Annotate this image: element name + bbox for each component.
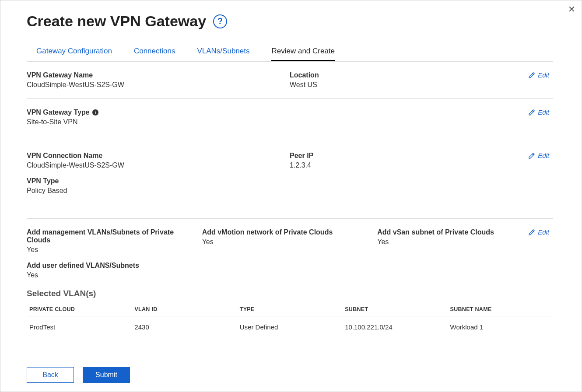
edit-gateway[interactable]: Edit (528, 71, 549, 79)
edit-label: Edit (538, 108, 549, 116)
close-icon[interactable]: ✕ (568, 4, 575, 14)
scroll-area[interactable]: Gateway Configuration Connections VLANs/… (27, 37, 555, 359)
section-gateway: VPN Gateway Name CloudSimple-WestUS-S2S-… (27, 62, 553, 99)
info-icon[interactable]: i (92, 109, 98, 116)
tab-gateway-configuration[interactable]: Gateway Configuration (36, 47, 112, 61)
value-mgmt-vlans: Yes (27, 246, 193, 254)
footer-actions: Back Submit (27, 359, 555, 383)
section-gateway-type: VPN Gateway Type i Site-to-Site VPN Edit (27, 99, 553, 142)
pencil-icon (528, 152, 535, 159)
label-location: Location (290, 71, 553, 79)
field-peer-ip: Peer IP 1.2.3.4 (290, 152, 553, 169)
label-text: VPN Gateway Type (27, 108, 90, 116)
field-vsan: Add vSan subnet of Private Clouds Yes (377, 228, 544, 246)
edit-label: Edit (538, 152, 549, 159)
col-private-cloud: PRIVATE CLOUD (27, 303, 132, 316)
dialog-window: ✕ Create new VPN Gateway ? Gateway Confi… (0, 0, 582, 392)
value-vmotion: Yes (202, 238, 369, 246)
label-peer-ip: Peer IP (290, 152, 553, 160)
label-vpn-gateway-name: VPN Gateway Name (27, 71, 290, 79)
tab-review-and-create[interactable]: Review and Create (271, 47, 335, 61)
label-connection-name: VPN Connection Name (27, 152, 290, 160)
value-vsan: Yes (377, 238, 544, 246)
label-user-vlans: Add user defined VLANS/Subnets (27, 262, 553, 270)
tab-connections[interactable]: Connections (134, 47, 175, 61)
field-vmotion: Add vMotion network of Private Clouds Ye… (202, 228, 369, 246)
value-peer-ip: 1.2.3.4 (290, 161, 553, 169)
label-vsan: Add vSan subnet of Private Clouds (377, 228, 544, 236)
cell-type: User Defined (237, 316, 342, 338)
submit-button[interactable]: Submit (83, 367, 130, 383)
cell-subnet-name: Workload 1 (448, 316, 553, 338)
value-vpn-gateway-name: CloudSimple-WestUS-S2S-GW (27, 81, 290, 89)
field-vpn-gateway-type: VPN Gateway Type i Site-to-Site VPN (27, 108, 553, 126)
tab-vlans-subnets[interactable]: VLANs/Subnets (197, 47, 249, 61)
page-title: Create new VPN Gateway (27, 13, 206, 30)
field-vpn-gateway-name: VPN Gateway Name CloudSimple-WestUS-S2S-… (27, 71, 290, 89)
edit-label: Edit (538, 71, 549, 79)
value-connection-name: CloudSimple-WestUS-S2S-GW (27, 161, 290, 169)
table-row: ProdTest 2430 User Defined 10.100.221.0/… (27, 316, 553, 338)
edit-vlans[interactable]: Edit (528, 228, 549, 236)
pencil-icon (528, 229, 535, 236)
field-connection-name: VPN Connection Name CloudSimple-WestUS-S… (27, 152, 290, 169)
value-vpn-gateway-type: Site-to-Site VPN (27, 118, 553, 126)
table-header-row: PRIVATE CLOUD VLAN ID TYPE SUBNET SUBNET… (27, 303, 553, 316)
edit-connection[interactable]: Edit (528, 152, 549, 159)
col-subnet-name: SUBNET NAME (448, 303, 553, 316)
label-vmotion: Add vMotion network of Private Clouds (202, 228, 369, 236)
section-vlans: Add management VLANs/Subnets of Private … (27, 219, 553, 348)
value-location: West US (290, 81, 553, 89)
label-vpn-gateway-type: VPN Gateway Type i (27, 108, 553, 116)
cell-subnet: 10.100.221.0/24 (342, 316, 447, 338)
selected-vlans-heading: Selected VLAN(s) (27, 289, 553, 298)
back-button[interactable]: Back (27, 367, 74, 383)
value-user-vlans: Yes (27, 271, 553, 279)
field-vpn-type: VPN Type Policy Based (27, 177, 553, 195)
field-location: Location West US (290, 71, 553, 89)
col-type: TYPE (237, 303, 342, 316)
label-mgmt-vlans: Add management VLANs/Subnets of Private … (27, 228, 193, 244)
dialog-panel: Create new VPN Gateway ? Gateway Configu… (27, 13, 555, 383)
pencil-icon (528, 109, 535, 116)
field-mgmt-vlans: Add management VLANs/Subnets of Private … (27, 228, 193, 254)
pencil-icon (528, 72, 535, 79)
field-user-vlans: Add user defined VLANS/Subnets Yes (27, 262, 553, 279)
col-vlan-id: VLAN ID (132, 303, 237, 316)
label-vpn-type: VPN Type (27, 177, 553, 185)
selected-vlans-table: PRIVATE CLOUD VLAN ID TYPE SUBNET SUBNET… (27, 303, 553, 338)
value-vpn-type: Policy Based (27, 187, 553, 195)
title-row: Create new VPN Gateway ? (27, 13, 555, 37)
cell-vlan-id: 2430 (132, 316, 237, 338)
edit-gateway-type[interactable]: Edit (528, 108, 549, 116)
wizard-tabs: Gateway Configuration Connections VLANs/… (27, 37, 553, 62)
help-icon[interactable]: ? (213, 14, 227, 28)
col-subnet: SUBNET (342, 303, 447, 316)
edit-label: Edit (538, 228, 549, 236)
cell-private-cloud: ProdTest (27, 316, 132, 338)
section-connection: VPN Connection Name CloudSimple-WestUS-S… (27, 142, 553, 219)
